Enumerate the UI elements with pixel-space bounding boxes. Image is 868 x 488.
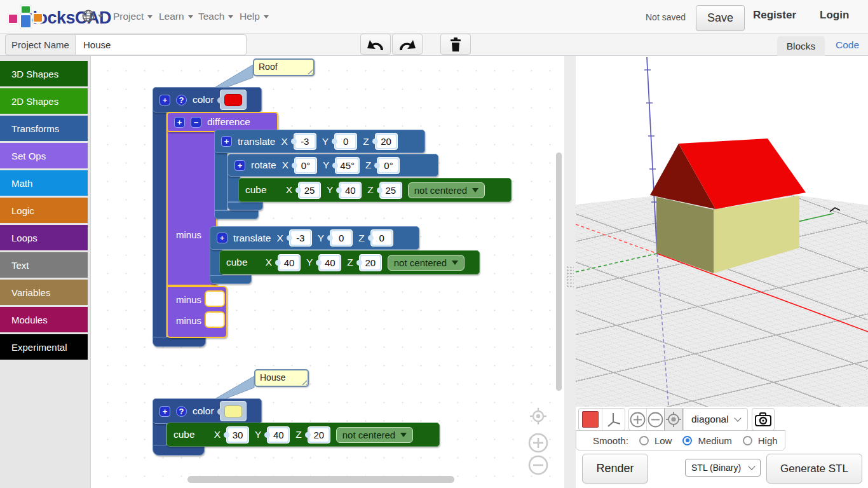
- expand-button[interactable]: +: [234, 160, 245, 171]
- value-slot-y[interactable]: 0: [330, 229, 353, 247]
- expand-button[interactable]: +: [159, 95, 170, 105]
- sidebar-item-text[interactable]: Text: [0, 252, 88, 278]
- translate-block-2[interactable]: + translate X -3 Y 0 Z 0: [210, 226, 419, 250]
- redo-button[interactable]: [392, 34, 423, 55]
- sidebar-item-experimental[interactable]: Experimental: [0, 334, 88, 360]
- expand-button[interactable]: +: [221, 136, 232, 147]
- centered-dropdown[interactable]: not centered: [388, 255, 465, 271]
- cube-block-1[interactable]: cube X 25 Y 40 Z 25 not centered: [238, 178, 512, 202]
- rotate-block[interactable]: + rotate X 0° Y 45° Z 0°: [227, 154, 438, 177]
- sidebar-item-2d-shapes[interactable]: 2D Shapes: [0, 88, 88, 114]
- value-slot-x[interactable]: -3: [289, 229, 312, 247]
- menu-project[interactable]: Project: [113, 11, 153, 22]
- color-block-spine[interactable]: [153, 421, 166, 447]
- workspace-zoom-controls[interactable]: [524, 405, 553, 477]
- expand-button[interactable]: +: [159, 406, 170, 417]
- toggle-axes-button[interactable]: [602, 409, 625, 430]
- smooth-option-label[interactable]: Low: [654, 435, 672, 446]
- comment-bubble-roof[interactable]: Roof: [253, 58, 315, 76]
- tab-blocks[interactable]: Blocks: [777, 36, 825, 56]
- save-button[interactable]: Save: [696, 5, 745, 31]
- login-link[interactable]: Login: [820, 9, 849, 22]
- sidebar-item-variables[interactable]: Variables: [0, 280, 88, 305]
- smooth-radio-medium[interactable]: [682, 436, 692, 445]
- value-slot-z[interactable]: 0°: [377, 157, 400, 174]
- expand-button[interactable]: +: [217, 233, 227, 243]
- color-swatch-red[interactable]: [224, 94, 242, 106]
- menu-learn[interactable]: Learn: [159, 11, 193, 22]
- color-block-roof[interactable]: + ? color: [153, 87, 262, 112]
- cube-block-2[interactable]: cube X 40 Y 40 Z 20 not centered: [219, 250, 480, 274]
- remove-input-button[interactable]: −: [191, 117, 201, 128]
- project-name-input[interactable]: [75, 34, 247, 55]
- menu-help[interactable]: Help: [240, 11, 269, 22]
- delete-all-button[interactable]: [440, 34, 471, 55]
- add-input-button[interactable]: +: [174, 117, 185, 128]
- render-button[interactable]: Render: [582, 454, 648, 484]
- translate-block-1[interactable]: + translate X -3 Y 0 Z 20: [214, 130, 425, 153]
- center-view-button[interactable]: [664, 409, 683, 430]
- rotate-block-foot[interactable]: [227, 202, 263, 210]
- logo-block-blue: [20, 14, 32, 29]
- horizontal-scrollbar[interactable]: [187, 476, 454, 483]
- value-slot-y[interactable]: 45°: [335, 157, 360, 174]
- render-color-button[interactable]: [579, 409, 602, 430]
- vertical-scrollbar[interactable]: [556, 152, 562, 391]
- viewport-3d-canvas[interactable]: [576, 57, 868, 407]
- sidebar-item-modules[interactable]: Modules: [0, 307, 88, 332]
- sidebar-item-3d-shapes[interactable]: 3D Shapes: [0, 61, 88, 86]
- smooth-radio-high[interactable]: [743, 436, 752, 445]
- value-slot-x[interactable]: -3: [294, 133, 316, 150]
- viewport-zoom-in-button[interactable]: [629, 409, 646, 430]
- value-slot-x[interactable]: 30: [226, 426, 249, 444]
- sidebar-item-logic[interactable]: Logic: [0, 198, 88, 223]
- color-swatch-yellow[interactable]: [224, 405, 242, 417]
- sidebar-item-math[interactable]: Math: [0, 170, 88, 196]
- register-link[interactable]: Register: [753, 9, 796, 22]
- smooth-radio-low[interactable]: [639, 436, 649, 445]
- smooth-option-label[interactable]: Medium: [698, 435, 731, 446]
- centered-dropdown[interactable]: not centered: [408, 182, 485, 198]
- sidebar-item-loops[interactable]: Loops: [0, 225, 88, 250]
- undo-button[interactable]: [360, 34, 391, 55]
- viewport-zoom-out-button[interactable]: [646, 409, 664, 430]
- translate-block-foot[interactable]: [214, 210, 259, 219]
- comment-bubble-house[interactable]: House: [254, 369, 309, 387]
- translate-block-spine[interactable]: [214, 151, 227, 210]
- color-value-slot[interactable]: [220, 90, 247, 110]
- tab-code[interactable]: Code: [836, 39, 859, 51]
- value-slot-x[interactable]: 25: [298, 182, 321, 199]
- value-slot-y[interactable]: 40: [339, 182, 362, 199]
- color-block-spine[interactable]: [153, 109, 166, 338]
- value-slot-z[interactable]: 0: [370, 229, 393, 247]
- comment-icon[interactable]: ?: [176, 95, 187, 105]
- empty-minus-slot[interactable]: [205, 311, 225, 328]
- sidebar-item-transforms[interactable]: Transforms: [0, 116, 88, 141]
- translate-block-foot[interactable]: [210, 275, 252, 284]
- panel-resizer[interactable]: [564, 56, 576, 488]
- comment-icon[interactable]: ?: [176, 406, 187, 417]
- value-slot-y[interactable]: 40: [267, 426, 290, 444]
- cube-block-3[interactable]: cube X 30 Y 40 Z 20 not centered: [166, 423, 440, 447]
- menu-teach[interactable]: Teach: [198, 11, 233, 22]
- value-slot-y[interactable]: 0: [334, 133, 357, 150]
- color-value-slot[interactable]: [220, 401, 247, 421]
- value-slot-z[interactable]: 20: [375, 133, 398, 150]
- value-slot-z[interactable]: 20: [308, 426, 330, 444]
- color-block-house[interactable]: + ? color: [153, 398, 262, 424]
- smooth-option-label[interactable]: High: [758, 435, 778, 446]
- value-slot-x[interactable]: 0°: [294, 157, 317, 174]
- value-slot-z[interactable]: 20: [359, 254, 382, 271]
- value-slot-y[interactable]: 40: [318, 254, 341, 271]
- value-slot-x[interactable]: 40: [278, 254, 301, 271]
- language-menu[interactable]: [81, 9, 103, 23]
- empty-minus-slot[interactable]: [205, 290, 225, 307]
- color-block-foot[interactable]: [153, 337, 206, 347]
- sidebar-item-set-ops[interactable]: Set Ops: [0, 143, 88, 168]
- screenshot-button[interactable]: [752, 409, 774, 430]
- generate-stl-button[interactable]: Generate STL: [766, 454, 862, 484]
- camera-angle-select[interactable]: diagonal: [683, 409, 748, 430]
- value-slot-z[interactable]: 25: [379, 182, 402, 199]
- centered-dropdown[interactable]: not centered: [336, 427, 413, 443]
- export-format-select[interactable]: STL (Binary): [685, 459, 761, 477]
